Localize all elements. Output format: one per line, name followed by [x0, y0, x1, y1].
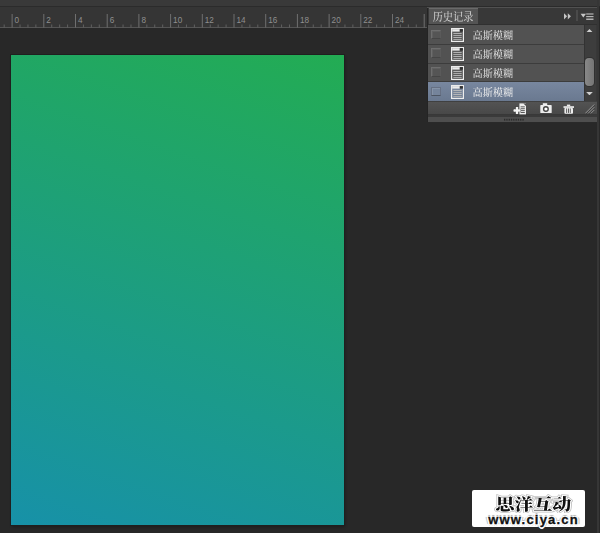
svg-text:16: 16: [268, 16, 278, 25]
svg-text:10: 10: [173, 16, 183, 25]
svg-text:22: 22: [363, 16, 373, 25]
svg-text:14: 14: [237, 16, 247, 25]
svg-text:4: 4: [78, 16, 83, 25]
svg-text:0: 0: [15, 16, 20, 25]
svg-text:18: 18: [300, 16, 310, 25]
svg-text:24: 24: [395, 16, 405, 25]
svg-text:12: 12: [205, 16, 215, 25]
svg-text:8: 8: [141, 16, 146, 25]
svg-text:20: 20: [332, 16, 342, 25]
svg-text:6: 6: [110, 16, 115, 25]
svg-text:2: 2: [46, 16, 51, 25]
